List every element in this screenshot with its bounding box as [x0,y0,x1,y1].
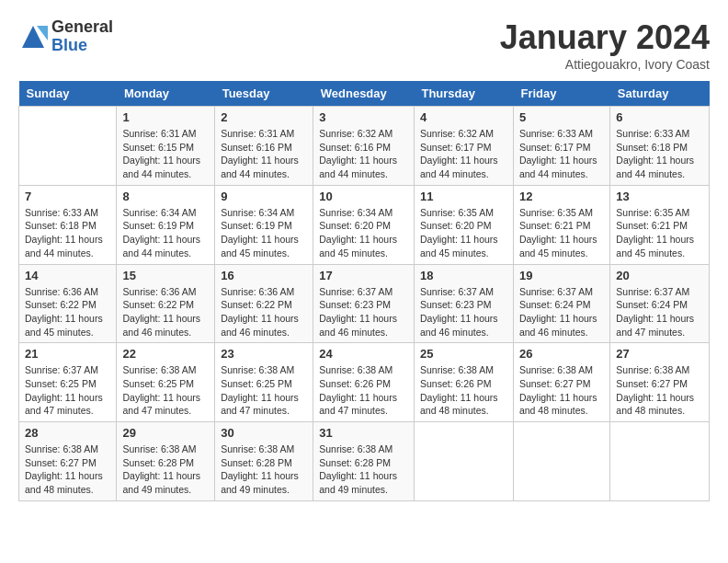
cell-info: Sunrise: 6:31 AM Sunset: 6:16 PM Dayligh… [221,127,307,181]
cell-info: Sunrise: 6:33 AM Sunset: 6:17 PM Dayligh… [519,127,604,181]
cell-info: Sunrise: 6:32 AM Sunset: 6:16 PM Dayligh… [319,127,408,181]
cell-info: Sunrise: 6:38 AM Sunset: 6:27 PM Dayligh… [519,363,604,418]
calendar-cell: 23Sunrise: 6:38 AM Sunset: 6:25 PM Dayli… [215,343,313,422]
cell-info: Sunrise: 6:33 AM Sunset: 6:18 PM Dayligh… [616,127,703,181]
day-number: 28 [25,426,110,440]
calendar-cell [414,422,513,501]
cell-info: Sunrise: 6:34 AM Sunset: 6:19 PM Dayligh… [221,206,307,260]
calendar-cell: 21Sunrise: 6:37 AM Sunset: 6:25 PM Dayli… [19,343,117,422]
day-number: 20 [616,269,703,282]
calendar-cell: 19Sunrise: 6:37 AM Sunset: 6:24 PM Dayli… [513,264,609,343]
day-number: 21 [25,347,110,361]
cell-info: Sunrise: 6:38 AM Sunset: 6:25 PM Dayligh… [221,363,307,418]
cell-info: Sunrise: 6:38 AM Sunset: 6:27 PM Dayligh… [616,363,703,418]
day-number: 29 [122,426,209,440]
calendar-cell: 12Sunrise: 6:35 AM Sunset: 6:21 PM Dayli… [513,185,609,264]
cell-info: Sunrise: 6:38 AM Sunset: 6:27 PM Dayligh… [25,442,110,497]
calendar-cell: 22Sunrise: 6:38 AM Sunset: 6:25 PM Dayli… [117,343,215,422]
calendar-cell [19,107,117,186]
cell-info: Sunrise: 6:36 AM Sunset: 6:22 PM Dayligh… [25,285,110,339]
day-header-friday: Friday [513,81,609,107]
day-number: 4 [420,110,507,124]
calendar-cell: 10Sunrise: 6:34 AM Sunset: 6:20 PM Dayli… [313,185,415,264]
calendar-cell: 9Sunrise: 6:34 AM Sunset: 6:19 PM Daylig… [215,185,313,264]
day-number: 22 [122,347,209,361]
cell-info: Sunrise: 6:37 AM Sunset: 6:25 PM Dayligh… [25,363,110,418]
cell-info: Sunrise: 6:32 AM Sunset: 6:17 PM Dayligh… [420,127,507,181]
month-title: January 2024 [500,18,710,57]
week-row-4: 21Sunrise: 6:37 AM Sunset: 6:25 PM Dayli… [19,343,710,422]
days-header-row: SundayMondayTuesdayWednesdayThursdayFrid… [19,81,710,107]
day-header-saturday: Saturday [610,81,710,107]
logo: General Blue [18,18,113,55]
cell-info: Sunrise: 6:31 AM Sunset: 6:15 PM Dayligh… [122,127,209,181]
title-block: January 2024 Attiegouakro, Ivory Coast [500,18,710,72]
day-number: 9 [221,190,307,203]
cell-info: Sunrise: 6:38 AM Sunset: 6:28 PM Dayligh… [221,442,307,497]
calendar-cell: 13Sunrise: 6:35 AM Sunset: 6:21 PM Dayli… [610,185,710,264]
calendar-cell: 17Sunrise: 6:37 AM Sunset: 6:23 PM Dayli… [313,264,415,343]
calendar-cell [610,422,710,501]
day-number: 24 [319,347,408,361]
calendar-cell: 2Sunrise: 6:31 AM Sunset: 6:16 PM Daylig… [215,107,313,186]
calendar-cell [513,422,609,501]
calendar-cell: 26Sunrise: 6:38 AM Sunset: 6:27 PM Dayli… [513,343,609,422]
day-number: 10 [319,190,408,203]
day-number: 15 [122,269,209,282]
day-number: 26 [519,347,604,361]
calendar-cell: 25Sunrise: 6:38 AM Sunset: 6:26 PM Dayli… [414,343,513,422]
day-header-thursday: Thursday [414,81,513,107]
calendar-cell: 29Sunrise: 6:38 AM Sunset: 6:28 PM Dayli… [117,422,215,501]
location-subtitle: Attiegouakro, Ivory Coast [500,57,710,72]
calendar-cell: 20Sunrise: 6:37 AM Sunset: 6:24 PM Dayli… [610,264,710,343]
cell-info: Sunrise: 6:33 AM Sunset: 6:18 PM Dayligh… [25,206,110,260]
logo-general: General [51,18,113,37]
day-number: 18 [420,269,507,282]
day-number: 13 [616,190,703,203]
week-row-3: 14Sunrise: 6:36 AM Sunset: 6:22 PM Dayli… [19,264,710,343]
week-row-2: 7Sunrise: 6:33 AM Sunset: 6:18 PM Daylig… [19,185,710,264]
day-header-wednesday: Wednesday [313,81,415,107]
cell-info: Sunrise: 6:37 AM Sunset: 6:24 PM Dayligh… [616,285,703,339]
calendar-cell: 16Sunrise: 6:36 AM Sunset: 6:22 PM Dayli… [215,264,313,343]
day-header-monday: Monday [117,81,215,107]
cell-info: Sunrise: 6:38 AM Sunset: 6:28 PM Dayligh… [319,442,408,497]
cell-info: Sunrise: 6:38 AM Sunset: 6:26 PM Dayligh… [420,363,507,418]
cell-info: Sunrise: 6:36 AM Sunset: 6:22 PM Dayligh… [221,285,307,339]
day-number: 19 [519,269,604,282]
calendar-cell: 24Sunrise: 6:38 AM Sunset: 6:26 PM Dayli… [313,343,415,422]
day-number: 27 [616,347,703,361]
day-number: 17 [319,269,408,282]
cell-info: Sunrise: 6:38 AM Sunset: 6:25 PM Dayligh… [122,363,209,418]
calendar-cell: 14Sunrise: 6:36 AM Sunset: 6:22 PM Dayli… [19,264,117,343]
day-number: 23 [221,347,307,361]
calendar-cell: 4Sunrise: 6:32 AM Sunset: 6:17 PM Daylig… [414,107,513,186]
cell-info: Sunrise: 6:34 AM Sunset: 6:20 PM Dayligh… [319,206,408,260]
cell-info: Sunrise: 6:37 AM Sunset: 6:24 PM Dayligh… [519,285,604,339]
calendar-cell: 1Sunrise: 6:31 AM Sunset: 6:15 PM Daylig… [117,107,215,186]
day-number: 2 [221,110,307,124]
cell-info: Sunrise: 6:37 AM Sunset: 6:23 PM Dayligh… [420,285,507,339]
cell-info: Sunrise: 6:38 AM Sunset: 6:28 PM Dayligh… [122,442,209,497]
day-number: 31 [319,426,408,440]
calendar-cell: 18Sunrise: 6:37 AM Sunset: 6:23 PM Dayli… [414,264,513,343]
day-number: 14 [25,269,110,282]
day-number: 3 [319,110,408,124]
logo-icon [18,22,48,52]
calendar-table: SundayMondayTuesdayWednesdayThursdayFrid… [18,81,710,501]
week-row-5: 28Sunrise: 6:38 AM Sunset: 6:27 PM Dayli… [19,422,710,501]
week-row-1: 1Sunrise: 6:31 AM Sunset: 6:15 PM Daylig… [19,107,710,186]
day-number: 1 [122,110,209,124]
cell-info: Sunrise: 6:35 AM Sunset: 6:20 PM Dayligh… [420,206,507,260]
calendar-cell: 6Sunrise: 6:33 AM Sunset: 6:18 PM Daylig… [610,107,710,186]
day-header-tuesday: Tuesday [215,81,313,107]
day-number: 6 [616,110,703,124]
day-number: 7 [25,190,110,203]
calendar-cell: 3Sunrise: 6:32 AM Sunset: 6:16 PM Daylig… [313,107,415,186]
day-number: 5 [519,110,604,124]
day-number: 11 [420,190,507,203]
calendar-cell: 27Sunrise: 6:38 AM Sunset: 6:27 PM Dayli… [610,343,710,422]
logo-blue: Blue [51,37,113,55]
day-header-sunday: Sunday [19,81,117,107]
calendar-cell: 11Sunrise: 6:35 AM Sunset: 6:20 PM Dayli… [414,185,513,264]
